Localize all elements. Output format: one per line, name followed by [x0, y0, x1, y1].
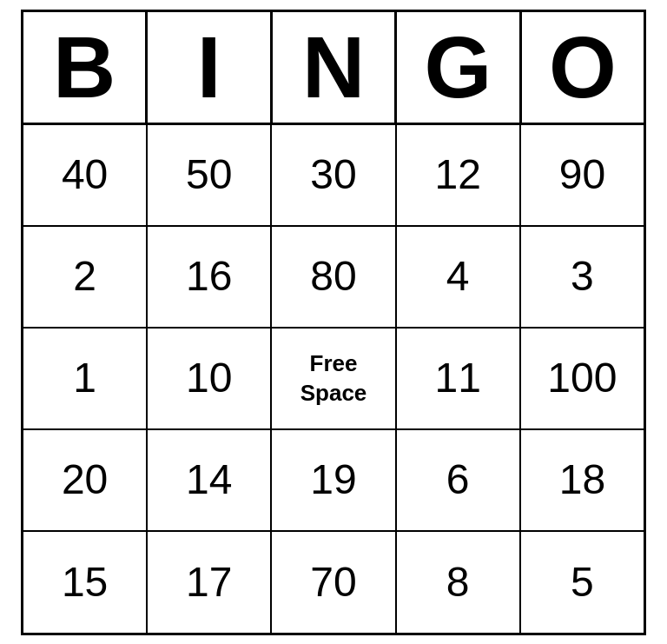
cell-2-1[interactable]: 10 [148, 329, 272, 428]
cell-4-4[interactable]: 5 [521, 532, 644, 632]
cell-4-2[interactable]: 70 [272, 532, 396, 632]
bingo-row: 2 16 80 4 3 [23, 227, 644, 329]
cell-2-0[interactable]: 1 [23, 329, 148, 428]
cell-2-3[interactable]: 11 [397, 329, 521, 428]
bingo-row: 15 17 70 8 5 [23, 532, 644, 632]
header-letter-b: B [23, 12, 148, 123]
cell-4-1[interactable]: 17 [148, 532, 272, 632]
bingo-row: 1 10 FreeSpace 11 100 [23, 329, 644, 430]
bingo-row: 20 14 19 6 18 [23, 430, 644, 532]
cell-3-3[interactable]: 6 [397, 430, 521, 530]
cell-0-0[interactable]: 40 [23, 125, 148, 225]
bingo-grid: 40 50 30 12 90 2 16 80 4 3 1 10 FreeSpac… [23, 125, 644, 633]
cell-0-1[interactable]: 50 [148, 125, 272, 225]
header-letter-g: G [397, 12, 521, 123]
cell-1-1[interactable]: 16 [148, 227, 272, 327]
cell-1-0[interactable]: 2 [23, 227, 148, 327]
bingo-header: B I N G O [23, 12, 644, 125]
cell-1-3[interactable]: 4 [397, 227, 521, 327]
cell-0-2[interactable]: 30 [272, 125, 396, 225]
header-letter-n: N [273, 12, 397, 123]
header-letter-o: O [522, 12, 644, 123]
header-letter-i: I [148, 12, 272, 123]
cell-3-2[interactable]: 19 [272, 430, 396, 530]
cell-2-4[interactable]: 100 [521, 329, 644, 428]
cell-3-4[interactable]: 18 [521, 430, 644, 530]
cell-4-0[interactable]: 15 [23, 532, 148, 632]
cell-3-0[interactable]: 20 [23, 430, 148, 530]
cell-3-1[interactable]: 14 [148, 430, 272, 530]
bingo-card: B I N G O 40 50 30 12 90 2 16 80 4 3 1 1… [21, 10, 646, 635]
free-space-cell[interactable]: FreeSpace [272, 329, 396, 428]
bingo-row: 40 50 30 12 90 [23, 125, 644, 227]
cell-1-2[interactable]: 80 [272, 227, 396, 327]
cell-1-4[interactable]: 3 [521, 227, 644, 327]
cell-0-4[interactable]: 90 [521, 125, 644, 225]
cell-4-3[interactable]: 8 [397, 532, 521, 632]
cell-0-3[interactable]: 12 [397, 125, 521, 225]
